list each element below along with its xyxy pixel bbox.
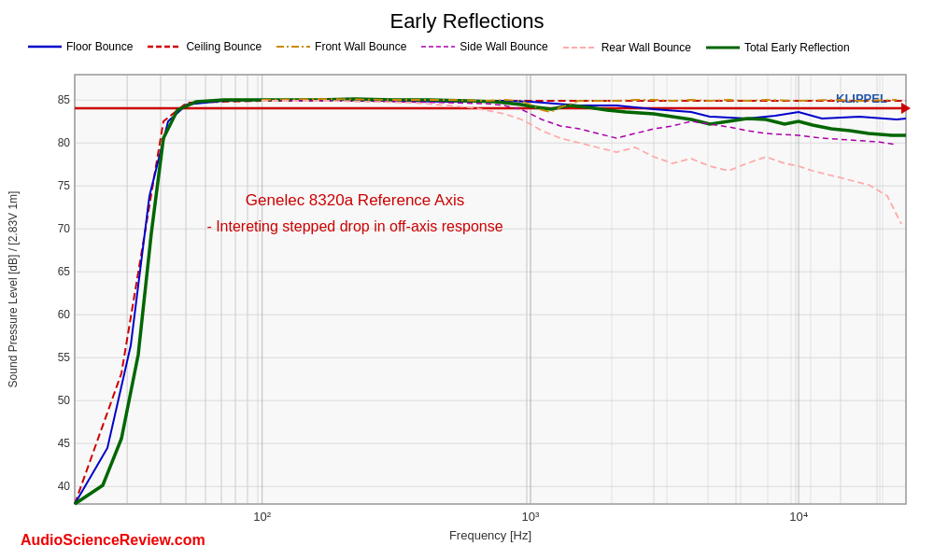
svg-text:Genelec 8320a Reference Axis: Genelec 8320a Reference Axis — [246, 191, 464, 209]
svg-text:10⁴: 10⁴ — [789, 510, 807, 524]
svg-text:65: 65 — [58, 265, 71, 278]
svg-text:75: 75 — [58, 179, 71, 192]
svg-text:Frequency [Hz]: Frequency [Hz] — [449, 528, 531, 542]
svg-text:60: 60 — [58, 308, 71, 321]
svg-rect-6 — [75, 75, 906, 504]
chart-svg: 85 80 75 70 65 60 55 50 45 40 Sound Pres… — [0, 0, 934, 560]
svg-text:50: 50 — [58, 394, 71, 407]
svg-text:10³: 10³ — [522, 510, 540, 524]
svg-text:45: 45 — [58, 437, 71, 450]
svg-text:70: 70 — [58, 222, 71, 235]
svg-text:KLIPPEL: KLIPPEL — [836, 91, 887, 105]
chart-container: Early Reflections Floor Bounce Ceiling B… — [0, 0, 934, 560]
svg-text:40: 40 — [58, 480, 71, 493]
svg-text:10²: 10² — [253, 510, 271, 524]
svg-text:85: 85 — [58, 93, 71, 106]
watermark: AudioScienceReview.com — [21, 532, 205, 549]
svg-text:Sound Pressure Level [dB] / [2: Sound Pressure Level [dB] / [2.83V 1m] — [7, 191, 20, 388]
svg-text:- Intereting stepped drop in o: - Intereting stepped drop in off-axis re… — [206, 218, 502, 234]
svg-text:55: 55 — [58, 351, 71, 364]
svg-text:80: 80 — [58, 136, 71, 149]
